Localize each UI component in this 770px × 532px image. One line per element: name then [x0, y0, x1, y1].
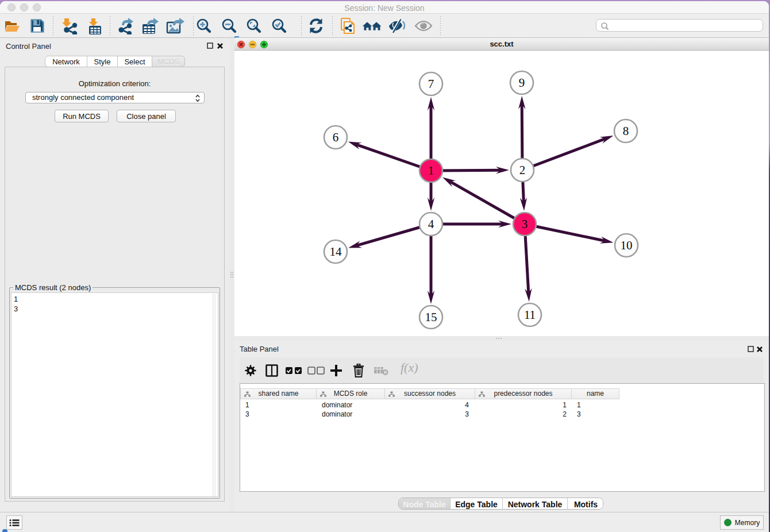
svg-text:4: 4	[428, 217, 434, 231]
svg-text:8: 8	[623, 124, 629, 138]
svg-text:1: 1	[428, 164, 434, 178]
svg-text:6: 6	[333, 130, 339, 144]
svg-text:11: 11	[524, 308, 536, 322]
svg-text:15: 15	[425, 310, 437, 324]
svg-text:7: 7	[428, 77, 434, 91]
svg-text:10: 10	[621, 238, 633, 252]
svg-text:14: 14	[330, 245, 342, 259]
svg-text:9: 9	[519, 76, 525, 90]
svg-text:3: 3	[522, 217, 528, 231]
svg-text:2: 2	[519, 163, 526, 177]
